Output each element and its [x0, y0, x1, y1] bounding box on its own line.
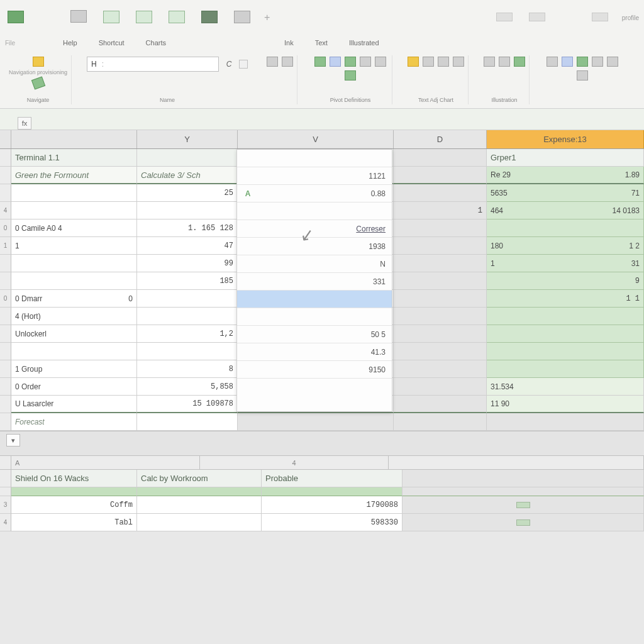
- text-icon-2[interactable]: [423, 57, 434, 67]
- cell[interactable]: Grper1: [487, 149, 644, 167]
- tool-icon-1[interactable]: [267, 57, 278, 67]
- last-icon-2[interactable]: [562, 57, 573, 67]
- cell[interactable]: [137, 496, 262, 514]
- row-header[interactable]: 0: [0, 290, 11, 308]
- last-icon-6[interactable]: [577, 70, 588, 80]
- row-header[interactable]: [0, 308, 11, 325]
- popup-row[interactable]: [237, 203, 392, 220]
- cell[interactable]: 5,858: [137, 378, 238, 396]
- cell[interactable]: [394, 325, 487, 343]
- ribbon-right-2[interactable]: [526, 7, 548, 28]
- cell[interactable]: 1 31: [487, 255, 644, 272]
- cell[interactable]: [137, 149, 238, 167]
- cell[interactable]: Green the Formount: [11, 167, 137, 184]
- pivot-icon-5[interactable]: [375, 57, 386, 67]
- cell[interactable]: [238, 413, 394, 431]
- cell[interactable]: 0 Camile A0 4: [11, 219, 137, 237]
- ribbon-btn-1[interactable]: [68, 7, 89, 28]
- row-header[interactable]: [0, 413, 11, 431]
- select-all-corner[interactable]: [0, 130, 11, 148]
- cell[interactable]: [394, 396, 487, 413]
- cell[interactable]: [394, 184, 487, 202]
- cell[interactable]: [402, 470, 644, 487]
- tab-text[interactable]: Text: [315, 39, 328, 47]
- cell[interactable]: Calc by Workroom: [137, 470, 262, 487]
- ill-icon-1[interactable]: [484, 57, 495, 67]
- row-header[interactable]: [0, 378, 11, 396]
- ill-icon-2[interactable]: [499, 57, 510, 67]
- cell[interactable]: 15 109878: [137, 396, 238, 413]
- cell[interactable]: Shield On 16 Wacks: [11, 470, 137, 487]
- cell[interactable]: Tabl: [11, 514, 137, 531]
- cell[interactable]: [137, 343, 238, 360]
- cell[interactable]: [11, 343, 137, 360]
- cell[interactable]: [137, 290, 238, 308]
- cell[interactable]: [394, 167, 487, 184]
- cell[interactable]: 5635 71: [487, 184, 644, 202]
- cell[interactable]: U Lasarcler: [11, 396, 137, 413]
- ribbon-btn-6[interactable]: [231, 7, 253, 28]
- cell[interactable]: 31.534: [487, 378, 644, 396]
- popup-row[interactable]: 9150: [237, 361, 392, 379]
- cell[interactable]: 11 90: [487, 396, 644, 413]
- cell[interactable]: Re 29 1.89: [487, 167, 644, 184]
- cell[interactable]: [394, 378, 487, 396]
- popup-row[interactable]: 1121: [237, 167, 392, 185]
- cell[interactable]: 47: [137, 237, 238, 255]
- ribbon-btn-3[interactable]: [133, 7, 155, 28]
- row-header[interactable]: [0, 343, 11, 360]
- pivot-icon-3[interactable]: [345, 57, 356, 67]
- popup-row[interactable]: [237, 308, 392, 326]
- cell[interactable]: Unlockerl: [11, 325, 137, 343]
- col-header-b[interactable]: Y: [137, 130, 238, 148]
- name-box[interactable]: H :: [87, 57, 219, 72]
- row-header[interactable]: [0, 149, 11, 167]
- cell[interactable]: Terminal 1.1: [11, 149, 137, 167]
- row-header[interactable]: 4: [0, 514, 11, 531]
- cell[interactable]: 9: [487, 272, 644, 290]
- cell[interactable]: [394, 149, 487, 167]
- popup-row[interactable]: N: [237, 255, 392, 273]
- cell[interactable]: [487, 219, 644, 237]
- collapse-button[interactable]: ▾: [6, 434, 20, 447]
- row-header[interactable]: [0, 470, 11, 487]
- last-icon-3[interactable]: [577, 57, 588, 67]
- cell[interactable]: 180 1 2: [487, 237, 644, 255]
- app-icon[interactable]: [5, 7, 26, 28]
- row-header[interactable]: [0, 325, 11, 343]
- cell[interactable]: [262, 487, 402, 496]
- cell[interactable]: [402, 514, 644, 531]
- cell[interactable]: [137, 308, 238, 325]
- cell[interactable]: [137, 202, 238, 219]
- popup-row[interactable]: 41.3: [237, 343, 392, 361]
- cell[interactable]: [394, 308, 487, 325]
- cell[interactable]: [11, 202, 137, 219]
- pivot-icon-1[interactable]: [314, 57, 326, 67]
- cell[interactable]: [402, 496, 644, 514]
- text-icon-4[interactable]: [453, 57, 464, 67]
- bottom-corner[interactable]: [0, 456, 11, 470]
- dropdown-icon[interactable]: [239, 60, 248, 69]
- pane-separator[interactable]: ▾: [0, 431, 644, 456]
- cell[interactable]: [394, 219, 487, 237]
- context-popup[interactable]: 1121 A 0.88 Correser 1938 N 331 50 5 41.…: [236, 149, 392, 412]
- popup-row[interactable]: 50 5: [237, 326, 392, 343]
- cell[interactable]: 1 1: [487, 290, 644, 308]
- row-header[interactable]: 1: [0, 237, 11, 255]
- cell[interactable]: [487, 308, 644, 325]
- popup-row[interactable]: Correser: [237, 220, 392, 238]
- ill-icon-3[interactable]: [514, 57, 525, 67]
- cell[interactable]: 0 Order: [11, 378, 137, 396]
- text-icon-1[interactable]: [408, 57, 419, 67]
- text-icon-3[interactable]: [438, 57, 449, 67]
- cell[interactable]: 1,2: [137, 325, 238, 343]
- ribbon-right-3[interactable]: [589, 7, 611, 28]
- cell[interactable]: [394, 255, 487, 272]
- cell[interactable]: [394, 343, 487, 360]
- cell[interactable]: [11, 272, 137, 290]
- cell[interactable]: [394, 360, 487, 378]
- cell[interactable]: [487, 360, 644, 378]
- cell[interactable]: [137, 487, 262, 496]
- pivot-icon-4[interactable]: [360, 57, 371, 67]
- folder-icon[interactable]: [33, 57, 44, 67]
